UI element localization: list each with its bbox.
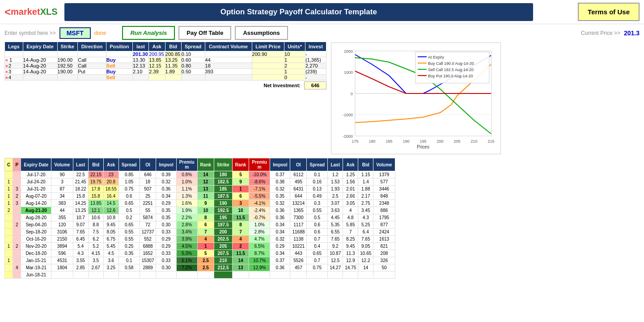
data-table: C P Expiry Date Volume Last Bid Ask Spre… xyxy=(4,158,395,279)
chart-container: 2000 1000 0 -1000 -2000 175 180 185 190 … xyxy=(331,42,501,154)
col-last: last xyxy=(132,42,148,51)
col-legs: Legs xyxy=(5,42,23,51)
col-bid: Bid xyxy=(165,42,181,51)
col-contract-vol: Contract Volume xyxy=(205,42,252,51)
table-row: ✕3 14-Aug-20 190.00 Put Buy 2.10 2.39 1.… xyxy=(5,69,326,75)
svg-text:Buy Call 190.0 Aug-14-20: Buy Call 190.0 Aug-14-20 xyxy=(428,61,474,66)
table-row: 2 Sep-04-20 120 9.07 8.8 9.45 0.65 72 0.… xyxy=(5,221,395,229)
svg-text:-2000: -2000 xyxy=(343,134,353,139)
table-row: Aug-28-20 355 10.7 10.6 10.8 0.2 5874 0.… xyxy=(5,214,395,221)
table-row: Sep-18-20 3106 7.65 7.5 8.05 0.55 12737 … xyxy=(5,229,395,236)
table-row: Dec-18-20 596 4.3 4.15 4.5 0.35 1652 0.3… xyxy=(5,250,395,257)
table-row: 1 Jan-15-21 4531 3.55 3.5 3.6 0.1 15307 … xyxy=(5,257,395,264)
svg-text:190: 190 xyxy=(402,139,409,144)
col-last-r: Last xyxy=(328,158,343,171)
net-investment-label: Net Investment: xyxy=(260,82,304,89)
col-last-d: Last xyxy=(73,158,88,171)
svg-text:Prices: Prices xyxy=(417,144,429,149)
col-impvol-d: Impvol xyxy=(156,158,176,171)
svg-text:0: 0 xyxy=(351,92,353,96)
run-analysis-button[interactable]: Run Analysis xyxy=(122,26,175,40)
svg-text:210: 210 xyxy=(470,139,477,144)
col-ask-r: Ask xyxy=(343,158,358,171)
done-label: done xyxy=(94,30,106,36)
market-price-row: 201.30 200.95 200.85 0.10 200.90 10 - xyxy=(5,51,326,57)
table-row: Oct-16-20 2150 6.45 6.2 6.75 0.55 552 0.… xyxy=(5,236,395,243)
table-row: 1 3 Jul-31-20 87 18.22 17.8 18.55 0.75 5… xyxy=(5,186,395,193)
legs-section: Legs Expiry Date Strike Direction Positi… xyxy=(4,42,326,89)
table-row: 1 3 Aug-14-20 383 14.25 13.85 14.5 0.65 … xyxy=(5,200,395,207)
table-row: 1 Jul-24-20 3 21.45 19.75 20.8 1.05 18 0… xyxy=(5,178,395,186)
col-c: C xyxy=(5,158,13,171)
symbol-input[interactable] xyxy=(59,27,91,39)
svg-text:2000: 2000 xyxy=(344,49,353,54)
col-direction: Direction xyxy=(78,42,106,51)
svg-text:-1000: -1000 xyxy=(343,113,353,117)
col-bid-d: Bid xyxy=(88,158,103,171)
svg-text:200: 200 xyxy=(436,139,443,144)
payoff-chart: 2000 1000 0 -1000 -2000 175 180 185 190 … xyxy=(335,47,500,149)
table-row: ✕2 14-Aug-20 192.50 Call Sell 12.13 12.1… xyxy=(5,63,326,69)
col-premium-r: Premium xyxy=(249,158,270,171)
table-row: 4 Mar-19-21 1804 2.85 2.67 3.25 0.58 288… xyxy=(5,264,395,271)
legs-table: Legs Expiry Date Strike Direction Positi… xyxy=(4,42,326,80)
col-oi-r: OI xyxy=(290,158,307,171)
svg-text:215: 215 xyxy=(487,139,494,144)
net-investment-value: 646 xyxy=(304,81,326,89)
col-ask-d: Ask xyxy=(103,158,119,171)
col-strike-d: Strike xyxy=(214,158,233,171)
app-title: Option Strategy Payoff Calculator Templa… xyxy=(64,3,534,21)
col-expiry: Expiry Date xyxy=(23,42,57,51)
col-expiry-d: Expiry Date xyxy=(21,158,51,171)
svg-text:Buy Put 190.0 Aug-14-20: Buy Put 190.0 Aug-14-20 xyxy=(428,74,473,78)
svg-text:At Expiry: At Expiry xyxy=(428,55,445,59)
col-volume-r: Volume xyxy=(373,158,395,171)
svg-text:175: 175 xyxy=(352,139,358,144)
col-position: Position xyxy=(106,42,132,51)
col-premium-l: Premium xyxy=(176,158,197,171)
col-units: Units* xyxy=(284,42,305,51)
col-oi-d: OI xyxy=(140,158,156,171)
col-rank-l: Rank xyxy=(197,158,214,171)
col-spread-d: Spread xyxy=(119,158,140,171)
svg-text:180: 180 xyxy=(369,139,375,144)
table-row: 2 Aug-21-20 44 13.25 12.1 12.6 0.5 55 0.… xyxy=(5,207,395,214)
svg-text:Sell Call 192.5 Aug-14-20: Sell Call 192.5 Aug-14-20 xyxy=(428,68,474,72)
table-row: Jul-17-20 90 22.5 22.15 23 0.85 646 0.39… xyxy=(5,171,395,178)
symbol-label: Enter symbol here >> xyxy=(4,30,56,36)
price-value: 201.3 xyxy=(624,30,640,37)
svg-text:185: 185 xyxy=(386,139,392,144)
col-limit-price: Limit Price xyxy=(252,42,284,51)
col-strike: Strike xyxy=(57,42,78,51)
table-row: ✕4 Sell 0 - xyxy=(5,75,326,80)
col-impvol-r: Impvol xyxy=(270,158,290,171)
logo-text: market xyxy=(11,7,40,17)
col-bid-r: Bid xyxy=(358,158,373,171)
payoff-table-button[interactable]: Pay Off Table xyxy=(178,26,231,40)
table-row: 1 2 Aug-07-20 34 15.8 15.8 16.4 0.6 25 0… xyxy=(5,193,395,200)
table-row: 1 2 Nov-20-20 3894 5.4 5.2 5.45 0.25 688… xyxy=(5,243,395,250)
price-label: Current Price >> xyxy=(581,30,620,36)
data-section: C P Expiry Date Volume Last Bid Ask Spre… xyxy=(0,158,644,279)
svg-text:1000: 1000 xyxy=(344,70,353,75)
assumptions-button[interactable]: Assumptions xyxy=(235,26,288,40)
col-volume-d: Volume xyxy=(51,158,73,171)
terms-button[interactable]: Terms of Use xyxy=(578,3,640,21)
logo-xls: XLS xyxy=(40,7,58,17)
col-rank-r: Rank xyxy=(232,158,249,171)
col-spread: Spread xyxy=(181,42,205,51)
logo: < marketXLS xyxy=(4,6,58,18)
col-p: P xyxy=(13,158,21,171)
col-invest: Invest xyxy=(305,42,326,51)
table-row: Jun-18-21 xyxy=(5,271,395,279)
table-row: ✕1 14-Aug-20 190.00 Call Buy 13.30 13.85… xyxy=(5,57,326,63)
col-spread-r: Spread xyxy=(307,158,328,171)
svg-text:195: 195 xyxy=(419,139,426,144)
col-ask: Ask xyxy=(149,42,165,51)
svg-text:205: 205 xyxy=(453,139,460,144)
